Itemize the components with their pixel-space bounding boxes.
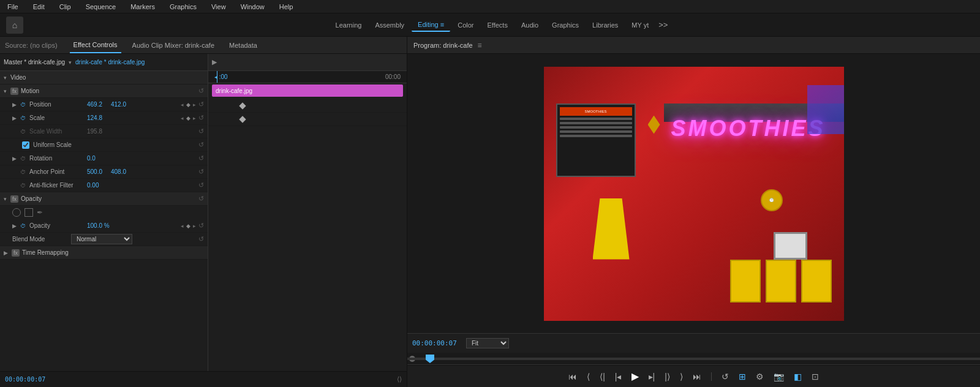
opacity-value[interactable]: 100.0 % (87, 222, 110, 229)
export-frame-btn[interactable]: 📷 (771, 370, 786, 383)
step-back-btn[interactable]: ⟨ (584, 370, 592, 383)
opacity-rect-shape[interactable] (24, 208, 33, 217)
opacity-reset[interactable]: ↺ (198, 222, 204, 230)
rotation-stopwatch[interactable]: ⏱ (20, 156, 26, 162)
timeline-strip-handle[interactable] (426, 355, 434, 363)
workspace-editing[interactable]: Editing ≡ (412, 18, 450, 32)
trim-out-btn[interactable]: |⟩ (662, 370, 673, 383)
anti-flicker-value[interactable]: 0.00 (87, 182, 108, 189)
menu-window[interactable]: Window (238, 2, 267, 12)
menu-help[interactable]: Help (277, 2, 296, 12)
step-forward-btn[interactable]: ⟩ (677, 370, 685, 383)
fit-select[interactable]: Fit 25% 50% 75% 100% (466, 338, 509, 348)
scale-nav-left[interactable]: ◂ (181, 115, 184, 121)
blend-mode-reset[interactable]: ↺ (198, 235, 204, 243)
workspace-assembly[interactable]: Assembly (369, 19, 410, 31)
scale-keyframe[interactable] (239, 116, 246, 122)
scale-toggle[interactable]: ▶ (12, 115, 17, 121)
multi-camera-btn[interactable]: ⊡ (809, 370, 821, 383)
position-nav-left[interactable]: ◂ (181, 102, 184, 108)
video-toggle[interactable]: ▾ (4, 75, 7, 81)
anchor-stopwatch[interactable]: ⏱ (20, 169, 26, 175)
settings-btn[interactable]: ⚙ (753, 370, 766, 383)
compare-btn[interactable]: ◧ (791, 370, 804, 383)
scale-width-row: ▶ ⏱ Scale Width 195.8 ↺ (0, 125, 208, 138)
uniform-scale-checkbox[interactable] (22, 141, 29, 149)
time-remapping-toggle[interactable]: ▶ (4, 250, 8, 256)
opacity-section-reset[interactable]: ↺ (198, 195, 204, 203)
trim-in-btn[interactable]: ⟨| (597, 370, 608, 383)
chevron-down-icon[interactable]: ▾ (69, 59, 72, 66)
mark-out-btn[interactable]: ▸| (646, 370, 658, 383)
scale-value[interactable]: 124.8 (87, 115, 108, 121)
mark-in-btn[interactable]: |◂ (612, 370, 624, 383)
menu-graphics[interactable]: Graphics (167, 2, 199, 12)
rotation-toggle[interactable]: ▶ (12, 156, 17, 162)
position-nav-right[interactable]: ▸ (193, 102, 196, 108)
tab-effect-controls[interactable]: Effect Controls (70, 37, 121, 53)
scale-nav-right[interactable]: ▸ (193, 115, 196, 121)
play-button[interactable]: ▶ (629, 369, 641, 383)
scale-reset[interactable]: ↺ (198, 114, 204, 122)
timeline-prev-btn[interactable]: ▶ (212, 58, 217, 66)
blend-mode-select[interactable]: Normal Dissolve Darken Multiply (71, 234, 132, 244)
workspace-color[interactable]: Color (451, 19, 480, 31)
position-toggle[interactable]: ▶ (12, 102, 17, 108)
go-to-start-btn[interactable]: ⏮ (566, 370, 579, 383)
workspace-learning[interactable]: Learning (330, 19, 368, 31)
workspace-libraries[interactable]: Libraries (586, 19, 624, 31)
uniform-scale-reset[interactable]: ↺ (198, 141, 204, 149)
panel-next-btn[interactable]: ⟩ (399, 375, 402, 383)
opacity-add-keyframe[interactable]: ◆ (186, 223, 190, 229)
rotation-reset[interactable]: ↺ (198, 154, 204, 162)
menu-file[interactable]: File (5, 2, 21, 12)
menu-board: SMOOTHIES (556, 103, 636, 177)
menu-clip[interactable]: Clip (57, 2, 74, 12)
panel-tabs: Source: (no clips) Effect Controls Audio… (0, 37, 407, 54)
scale-add-keyframe[interactable]: ◆ (186, 115, 190, 121)
rotation-value[interactable]: 0.0 (87, 155, 108, 162)
go-to-end-btn[interactable]: ⏭ (690, 370, 704, 383)
menu-view[interactable]: View (209, 2, 228, 12)
playback-controls: ⏮ ⟨ ⟨| |◂ ▶ ▸| |⟩ ⟩ ⏭ ↺ ⊞ ⚙ 📷 ◧ ⊡ (407, 365, 980, 387)
pen-icon[interactable]: ✒ (37, 208, 43, 217)
opacity-nav-left[interactable]: ◂ (181, 223, 184, 229)
workspace-graphics[interactable]: Graphics (546, 19, 585, 31)
tab-metadata[interactable]: Metadata (225, 37, 261, 53)
anti-flicker-reset[interactable]: ↺ (198, 181, 204, 189)
menu-markers[interactable]: Markers (128, 2, 157, 12)
video-preview: SMOOTHIES SMOOTHIES 🕐 (544, 67, 844, 321)
position-add-keyframe[interactable]: ◆ (186, 102, 190, 108)
opacity-nav-right[interactable]: ▸ (193, 223, 196, 229)
anchor-reset[interactable]: ↺ (198, 168, 204, 176)
program-menu-icon[interactable]: ≡ (478, 41, 482, 50)
scale-stopwatch[interactable]: ⏱ (20, 115, 26, 121)
tab-audio-clip-mixer[interactable]: Audio Clip Mixer: drink-cafe (129, 37, 219, 53)
motion-reset[interactable]: ↺ (198, 87, 204, 95)
loop-btn[interactable]: ↺ (719, 370, 731, 383)
anchor-y[interactable]: 408.0 (111, 168, 132, 175)
program-timecode[interactable]: 00:00:00:07 (412, 339, 461, 347)
position-reset[interactable]: ↺ (198, 100, 204, 108)
position-y[interactable]: 412.0 (111, 101, 132, 108)
workspace-audio[interactable]: Audio (515, 19, 545, 31)
home-button[interactable]: ⌂ (6, 17, 23, 34)
opacity-toggle[interactable]: ▾ (4, 196, 7, 202)
workspace-effects[interactable]: Effects (481, 19, 514, 31)
clip-block[interactable]: drink-cafe.jpg (212, 85, 403, 97)
safe-margins-btn[interactable]: ⊞ (736, 370, 748, 383)
workspace-more[interactable]: >> (656, 19, 670, 31)
opacity-value-toggle[interactable]: ▶ (12, 223, 17, 229)
opacity-circle-shape[interactable] (12, 208, 21, 217)
anti-flicker-stopwatch[interactable]: ⏱ (20, 182, 26, 189)
position-keyframe[interactable] (239, 102, 246, 109)
opacity-stopwatch[interactable]: ⏱ (20, 223, 26, 229)
menu-sequence[interactable]: Sequence (83, 2, 119, 12)
position-x[interactable]: 469.2 (87, 101, 108, 108)
motion-toggle[interactable]: ▾ (4, 88, 7, 94)
anchor-x[interactable]: 500.0 (87, 168, 108, 175)
workspace-my-yt[interactable]: MY yt (625, 19, 655, 31)
menu-edit[interactable]: Edit (31, 2, 47, 12)
position-stopwatch[interactable]: ⏱ (20, 102, 26, 108)
scale-width-reset[interactable]: ↺ (198, 127, 204, 135)
